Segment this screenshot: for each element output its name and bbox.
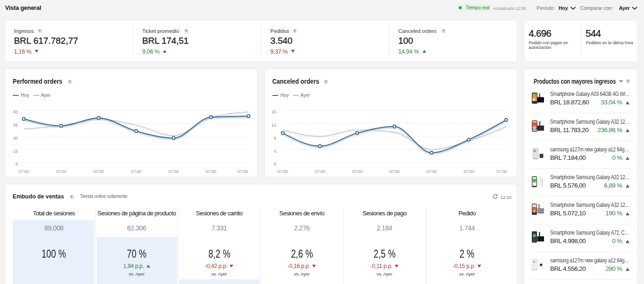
svg-text:07:00: 07:00 — [56, 169, 66, 174]
svg-text:07:00: 07:00 — [389, 169, 399, 174]
svg-text:07:00: 07:00 — [93, 169, 104, 174]
svg-text:0: 0 — [15, 162, 18, 166]
svg-text:07:00: 07:00 — [131, 169, 141, 174]
svg-text:07:00: 07:00 — [352, 169, 362, 174]
svg-text:07:00: 07:00 — [426, 169, 437, 174]
svg-text:60: 60 — [13, 110, 18, 114]
svg-text:07:00: 07:00 — [464, 169, 474, 174]
svg-text:07:00: 07:00 — [497, 169, 507, 174]
svg-text:07:00: 07:00 — [238, 169, 248, 174]
svg-text:0: 0 — [274, 162, 276, 166]
svg-text:12: 12 — [271, 123, 276, 127]
svg-text:07:00: 07:00 — [19, 169, 29, 174]
svg-text:8: 8 — [274, 136, 276, 141]
svg-text:16: 16 — [271, 110, 276, 114]
svg-text:45: 45 — [13, 123, 18, 127]
svg-text:15: 15 — [13, 149, 18, 154]
svg-text:07:00: 07:00 — [315, 169, 325, 174]
svg-text:4: 4 — [274, 149, 276, 154]
svg-text:30: 30 — [13, 136, 18, 141]
svg-text:07:00: 07:00 — [206, 169, 216, 174]
svg-text:07:00: 07:00 — [277, 169, 288, 174]
svg-text:07:00: 07:00 — [169, 169, 179, 174]
